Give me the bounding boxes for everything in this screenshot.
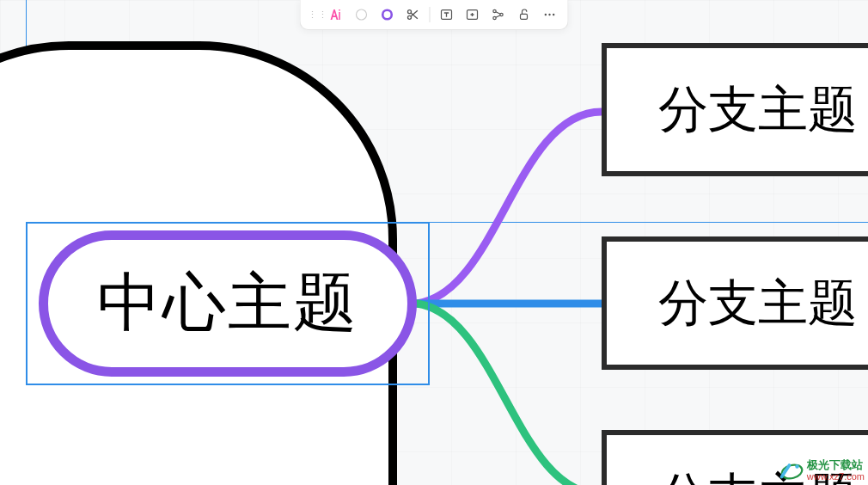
svg-point-3 <box>408 15 412 19</box>
mindmap-canvas[interactable]: ⋮⋮ <box>0 0 868 485</box>
text-box-icon[interactable] <box>436 3 458 26</box>
branch-topic-1[interactable]: 分支主题 1 <box>602 43 868 176</box>
svg-point-12 <box>545 14 547 15</box>
svg-point-0 <box>357 9 367 20</box>
svg-point-1 <box>382 10 392 20</box>
more-icon[interactable] <box>539 3 561 26</box>
svg-point-13 <box>548 14 550 15</box>
watermark-url: www.xz7.com <box>807 471 865 482</box>
watermark-icon <box>778 460 804 481</box>
branch-topic-2[interactable]: 分支主题 2 <box>602 236 868 370</box>
branch-topic-label: 分支主题 1 <box>658 77 868 144</box>
central-topic-label: 中心主题 <box>97 261 358 347</box>
circle-outline-icon[interactable] <box>351 3 373 26</box>
central-topic[interactable]: 中心主题 <box>39 230 417 377</box>
svg-rect-11 <box>521 14 528 19</box>
svg-point-16 <box>795 464 799 469</box>
toolbar-divider <box>430 7 431 22</box>
branch-topic-label: 分支主题 2 <box>658 270 868 337</box>
ai-icon[interactable] <box>325 3 347 26</box>
scissors-icon[interactable] <box>402 3 425 26</box>
ring-icon[interactable] <box>376 3 399 26</box>
watermark-title: 极光下载站 <box>807 459 865 471</box>
add-box-icon[interactable] <box>462 3 484 26</box>
svg-point-14 <box>553 14 554 15</box>
floating-toolbar: ⋮⋮ <box>300 0 569 30</box>
watermark: 极光下载站 www.xz7.com <box>778 459 865 482</box>
drag-handle-icon[interactable]: ⋮⋮ <box>308 10 321 20</box>
connection-icon[interactable] <box>487 3 510 26</box>
svg-point-2 <box>408 10 412 14</box>
unlock-icon[interactable] <box>513 3 535 26</box>
